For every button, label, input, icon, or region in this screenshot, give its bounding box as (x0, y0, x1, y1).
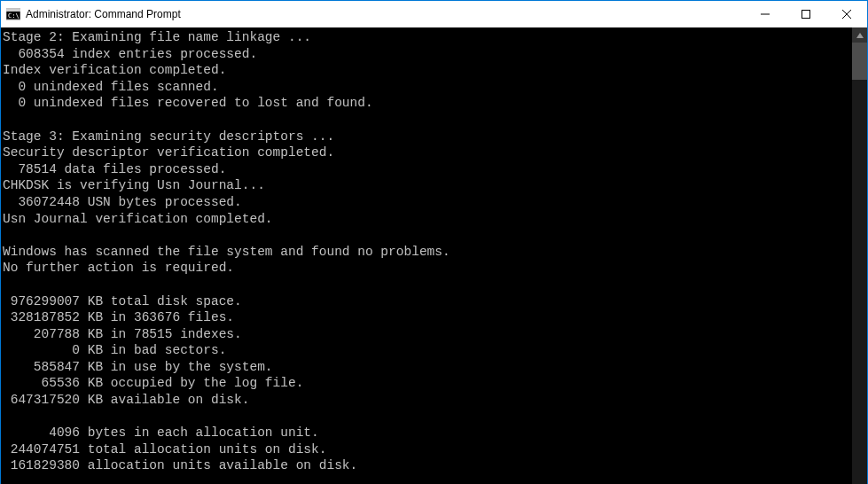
window-title: Administrator: Command Prompt (26, 8, 181, 20)
svg-rect-1 (6, 9, 20, 12)
console-output[interactable]: Stage 2: Examining file name linkage ...… (1, 27, 852, 484)
scrollbar-up-button[interactable] (852, 27, 867, 43)
command-prompt-window: C:\ Administrator: Command Prompt Stage … (0, 0, 868, 484)
console-area[interactable]: Stage 2: Examining file name linkage ...… (1, 27, 867, 484)
scrollbar-track[interactable] (852, 43, 867, 484)
output-text: Stage 2: Examining file name linkage ...… (3, 30, 450, 472)
command-prompt-icon: C:\ (6, 7, 20, 21)
svg-marker-7 (856, 33, 864, 38)
close-button[interactable] (826, 1, 867, 27)
titlebar[interactable]: C:\ Administrator: Command Prompt (1, 1, 867, 27)
svg-rect-4 (802, 11, 810, 19)
minimize-button[interactable] (745, 1, 786, 27)
svg-text:C:\: C:\ (8, 12, 20, 20)
scrollbar-thumb[interactable] (852, 43, 867, 80)
maximize-button[interactable] (786, 1, 826, 27)
vertical-scrollbar[interactable] (852, 27, 867, 484)
